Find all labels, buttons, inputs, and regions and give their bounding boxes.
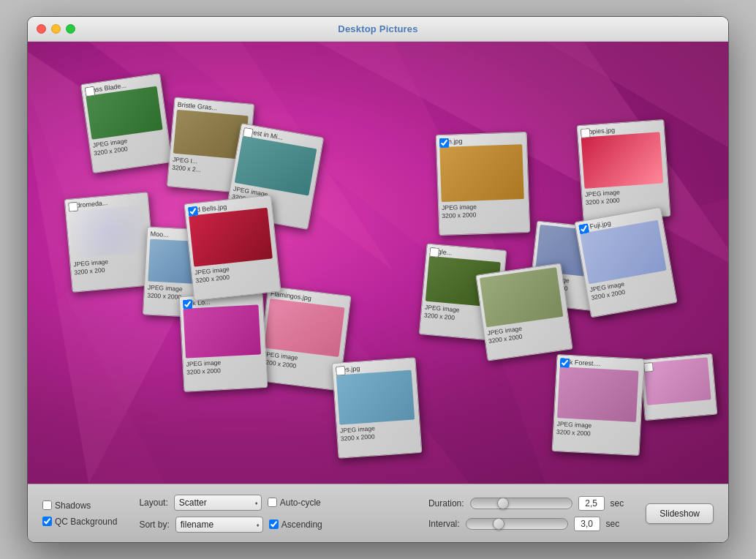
- slide-pink-forest-checkbox[interactable]: [560, 358, 570, 368]
- slide-extra[interactable]: [640, 353, 718, 421]
- interval-slider-container: [466, 518, 568, 530]
- slide-lion[interactable]: Lion.jpg JPEG image3200 x 2000: [436, 132, 531, 236]
- toolbar-center: Layout: Scatter Mosaic Collage ⬧ Auto-cy…: [139, 495, 322, 533]
- auto-cycle-checkbox[interactable]: [268, 498, 277, 507]
- layout-label: Layout:: [139, 498, 167, 508]
- duration-slider[interactable]: [470, 498, 572, 509]
- slide-lion-info: JPEG image3200 x 2000: [442, 201, 526, 220]
- duration-value[interactable]: 2,5: [578, 496, 605, 511]
- content-area: Grass Blade... JPEG image3200 x 2000 Bri…: [28, 42, 728, 484]
- slide-extra-checkbox[interactable]: [643, 362, 654, 372]
- toolbar-right: Duration: 2,5 sec Interval: 3,0 sec: [428, 496, 624, 531]
- slide-isles-info: JPEG image3200 x 2000: [340, 421, 417, 443]
- traffic-lights: [37, 24, 75, 34]
- toolbar: Shadows QC Background Layout: Scatter Mo…: [28, 484, 728, 542]
- close-button[interactable]: [37, 24, 46, 34]
- ascending-checkbox[interactable]: [269, 519, 279, 529]
- shadows-checkbox[interactable]: [42, 500, 52, 510]
- slide-lion-checkbox[interactable]: [439, 138, 449, 148]
- slide-eagle-checkbox[interactable]: [429, 247, 439, 258]
- minimize-button[interactable]: [51, 24, 61, 34]
- layout-select[interactable]: Scatter Mosaic Collage: [174, 495, 262, 511]
- slide-mt-fuji-checkbox[interactable]: [578, 223, 589, 234]
- slide-grass-blade-checkbox[interactable]: [85, 86, 96, 97]
- interval-value[interactable]: 3,0: [574, 517, 600, 531]
- interval-row: Interval: 3,0 sec: [428, 517, 624, 531]
- shadows-checkbox-label[interactable]: Shadows: [42, 500, 117, 511]
- slide-pink-lotus[interactable]: Pink Lo... JPEG image3200 x 2000: [179, 292, 268, 392]
- qc-background-checkbox-label[interactable]: QC Background: [42, 517, 117, 527]
- window-title: Desktop Pictures: [338, 23, 417, 34]
- slide-isles-checkbox[interactable]: [336, 366, 346, 376]
- ascending-text: Ascending: [281, 519, 322, 530]
- interval-slider[interactable]: [466, 518, 568, 530]
- slide-isles[interactable]: Isles.jpg JPEG image3200 x 2000: [332, 357, 423, 459]
- qc-background-label: QC Background: [55, 517, 117, 527]
- sort-row: Sort by: filename date size ⬧ Ascending: [139, 517, 322, 533]
- sort-select[interactable]: filename date size: [175, 517, 263, 533]
- layout-select-wrapper: Scatter Mosaic Collage ⬧: [174, 495, 262, 511]
- slide-poppies-info: JPEG image3200 x 2000: [585, 185, 666, 207]
- layout-row: Layout: Scatter Mosaic Collage ⬧ Auto-cy…: [139, 495, 322, 511]
- slide-grass-blade[interactable]: Grass Blade... JPEG image3200 x 2000: [80, 73, 173, 173]
- auto-cycle-label[interactable]: Auto-cycle: [268, 498, 321, 508]
- sort-select-wrapper: filename date size ⬧: [175, 517, 263, 533]
- titlebar: Desktop Pictures: [28, 17, 728, 42]
- slide-poppies-checkbox[interactable]: [581, 128, 591, 138]
- slideshow-btn-container: Slideshow: [646, 484, 714, 542]
- slide-elephant[interactable]: JPEG image3200 x 2000: [475, 263, 572, 361]
- auto-cycle-text: Auto-cycle: [280, 498, 321, 508]
- duration-row: Duration: 2,5 sec: [428, 496, 624, 511]
- maximize-button[interactable]: [66, 24, 75, 34]
- duration-label: Duration:: [428, 498, 464, 509]
- toolbar-left: Shadows QC Background: [42, 500, 117, 527]
- ascending-label[interactable]: Ascending: [269, 519, 322, 530]
- slide-red-bells-checkbox[interactable]: [188, 206, 198, 217]
- slide-pink-lotus-info: JPEG image3200 x 2000: [186, 356, 263, 377]
- interval-sec-label: sec: [606, 519, 620, 529]
- duration-sec-label: sec: [611, 498, 624, 509]
- slideshow-button[interactable]: Slideshow: [646, 503, 714, 524]
- qc-background-checkbox[interactable]: [42, 517, 52, 526]
- slide-andromeda-checkbox[interactable]: [68, 202, 78, 212]
- slide-mt-fuji[interactable]: Mt. Fuji.jpg JPEG image3200 x 2000: [574, 207, 677, 318]
- slide-pink-forest[interactable]: Pink Forest.... JPEG image3200 x 2000: [552, 354, 645, 456]
- main-window: Desktop Pictures Grass Blade... JPEG ima…: [27, 16, 729, 543]
- duration-slider-container: [470, 498, 572, 509]
- interval-label: Interval:: [428, 519, 460, 529]
- slide-pink-lotus-checkbox[interactable]: [183, 299, 193, 309]
- slide-red-bells[interactable]: Red Bells.jpg JPEG image3200 x 2000: [184, 195, 281, 301]
- slide-forest-checkbox[interactable]: [243, 127, 254, 138]
- shadows-label: Shadows: [55, 500, 91, 511]
- slide-pink-forest-info: JPEG image3200 x 2000: [556, 420, 638, 440]
- sort-label: Sort by:: [139, 519, 169, 530]
- slide-andromeda[interactable]: Andromeda... JPEG image3200 x 200: [64, 192, 156, 293]
